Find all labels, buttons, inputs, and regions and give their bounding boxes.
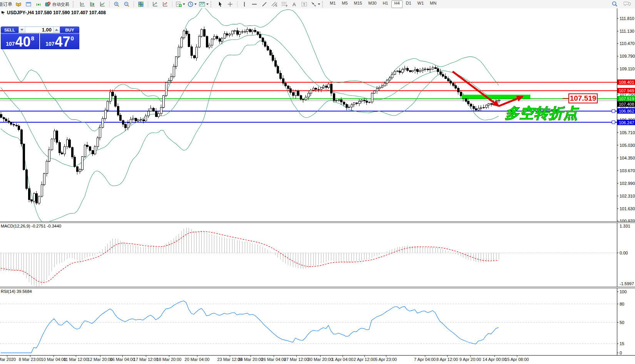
text-label-icon: T (301, 1, 308, 7)
time-label: 1 Apr 04:00 (332, 357, 353, 362)
periods-button[interactable] (186, 0, 198, 8)
time-label: 16 Mar 04:00 (110, 357, 135, 362)
zoom-in-icon (114, 1, 120, 8)
toolbar-separator (172, 1, 172, 7)
crosshair-icon (227, 1, 233, 7)
time-label: 26 Mar 04:00 (261, 357, 286, 362)
template-button[interactable] (198, 0, 210, 8)
line-chart-button[interactable] (97, 0, 107, 8)
tile-windows-button[interactable] (136, 0, 146, 8)
price-tick: 105.030 (620, 143, 635, 148)
data-window-button[interactable] (23, 0, 33, 8)
toolbar-separator (322, 1, 325, 7)
indicator-axis-button[interactable] (150, 0, 160, 8)
fibonacci-button[interactable]: F (279, 0, 289, 8)
time-axis[interactable]: Mar 20208 Mar 23:0010 Mar 04:0011 Mar 12… (0, 356, 635, 364)
fibonacci-icon: F (281, 1, 288, 7)
rsi-axis-tick: 100 (620, 289, 627, 294)
price-tick: 109.790 (620, 54, 635, 58)
timeframe-mn[interactable]: MN (427, 0, 439, 8)
price-tick: 102.990 (620, 181, 635, 186)
vertical-line-button[interactable] (239, 0, 249, 8)
text-icon: A (292, 1, 297, 7)
timeframe-d1[interactable]: D1 (403, 0, 414, 8)
price-tick: 100.970 (620, 219, 635, 221)
price-badge-text: 106.247 (619, 120, 634, 125)
time-label: 20 Mar 04:00 (185, 357, 210, 362)
market-watch-button[interactable] (13, 0, 23, 8)
time-label: 8 Mar 23:00 (19, 357, 42, 362)
line-handle[interactable] (612, 121, 615, 124)
timeframe-m15[interactable]: M15 (351, 0, 365, 8)
chevron-down-icon (194, 3, 197, 5)
indicator-mark-button[interactable] (160, 0, 170, 8)
buy-button[interactable]: BUY (60, 27, 79, 33)
timeframe-m5[interactable]: M5 (339, 0, 350, 8)
book-icon (15, 1, 22, 7)
zoom-out-button[interactable] (122, 0, 132, 8)
add-indicator-button[interactable] (174, 0, 186, 8)
new-order-label: 新订单 (0, 1, 12, 8)
timeframe-m1[interactable]: M1 (327, 0, 338, 8)
time-label: Mar 2020 (0, 357, 16, 362)
time-label: 18 Mar 20:00 (157, 357, 182, 362)
line-handle[interactable] (612, 110, 615, 113)
network-signal-button[interactable] (33, 0, 43, 8)
arrows-icon (311, 1, 317, 7)
chart-pointer-icon (2, 11, 5, 15)
candles-chart-button[interactable] (87, 0, 97, 8)
autotrading-label: 自动交易 (51, 2, 71, 7)
search-icon[interactable] (612, 1, 618, 8)
timeframe-w1[interactable]: W1 (415, 0, 427, 8)
turning-point-label[interactable]: 多空转折点 (505, 105, 579, 121)
text-button[interactable]: A (289, 0, 299, 8)
one-click-trading-panel: SELL BUY 107408 107470 (1, 27, 79, 49)
toolbar-separator (73, 1, 76, 7)
toolbar-separator (211, 1, 214, 7)
price-tick: 110.470 (620, 41, 635, 46)
periods-clock-icon (187, 1, 194, 7)
sell-button[interactable]: SELL (1, 27, 18, 33)
rsi-panel: 1008050150RSI(14) 39.5684 (0, 288, 635, 356)
price-badge-text: 107.519 (619, 96, 634, 101)
candles-chart-icon (89, 1, 95, 7)
trendline-icon (261, 1, 267, 7)
crosshair-button[interactable] (225, 0, 235, 8)
timeframe-h4[interactable]: H4 (391, 0, 402, 8)
volume-input[interactable] (25, 27, 53, 33)
time-label: 27 Mar 12:00 (284, 357, 309, 362)
rsi-label: RSI(14) 39.5684 (1, 289, 32, 294)
buy-price-button[interactable]: 107470 (40, 33, 79, 49)
new-order-button[interactable]: 新订单 (0, 0, 13, 8)
volume-increase-button[interactable] (53, 27, 60, 33)
timeframe-h1[interactable]: H1 (380, 0, 391, 8)
macd-axis-max: 1.331 (620, 224, 630, 228)
autotrading-icon (45, 1, 51, 7)
price-tick: 104.350 (620, 156, 635, 160)
chart-title-text: USDJPY-,H4 107.580 107.590 107.407 107.4… (7, 10, 106, 15)
signal-icon (35, 1, 42, 7)
time-label: 9 Apr 20:00 (460, 357, 481, 362)
horizontal-line-button[interactable] (249, 0, 259, 8)
equidistant-channel-button[interactable]: E (269, 0, 279, 8)
bars-chart-button[interactable] (77, 0, 87, 8)
time-label: 11 Mar 12:00 (64, 357, 88, 362)
add-indicator-icon (175, 1, 182, 8)
sell-price-button[interactable]: 107408 (1, 33, 39, 49)
price-badge-text: 107.949 (619, 88, 634, 93)
macd-panel: 1.3310.00-1.5997MACD(12,26,9) -0.2751 -0… (0, 223, 635, 287)
chevron-down-icon (206, 3, 209, 5)
zoom-in-button[interactable] (112, 0, 122, 8)
horizontal-line-icon (251, 2, 257, 7)
text-label-button[interactable]: T (299, 0, 309, 8)
chat-icon[interactable] (623, 1, 631, 8)
arrows-button[interactable] (309, 0, 321, 8)
toolbar-separator (134, 1, 134, 7)
sell-price-sup: 8 (31, 35, 34, 42)
trendline-button[interactable] (259, 0, 269, 8)
autotrading-button[interactable]: 自动交易 (43, 0, 72, 8)
timeframe-m30[interactable]: M30 (366, 0, 379, 8)
volume-stepper (18, 27, 60, 33)
volume-decrease-button[interactable] (19, 27, 25, 33)
cursor-button[interactable] (215, 0, 225, 8)
